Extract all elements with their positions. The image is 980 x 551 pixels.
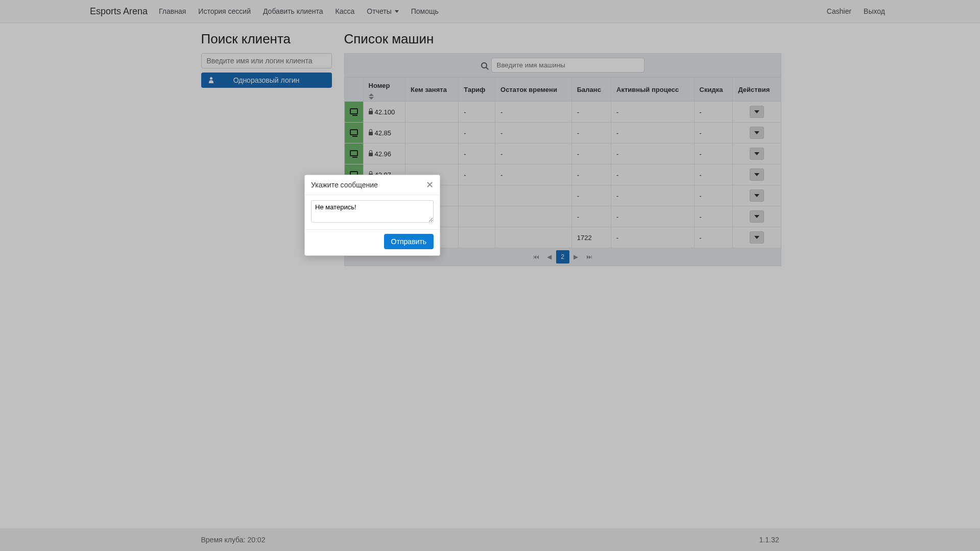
modal-title: Укажите сообщение (311, 181, 378, 189)
message-modal: Укажите сообщение ✕ Отправить (304, 175, 440, 256)
modal-header: Укажите сообщение ✕ (305, 175, 440, 195)
send-button[interactable]: Отправить (384, 234, 434, 249)
close-icon[interactable]: ✕ (426, 180, 434, 189)
modal-overlay[interactable] (0, 0, 980, 551)
modal-footer: Отправить (305, 229, 440, 255)
modal-body (305, 195, 440, 229)
message-textarea[interactable] (311, 200, 434, 223)
